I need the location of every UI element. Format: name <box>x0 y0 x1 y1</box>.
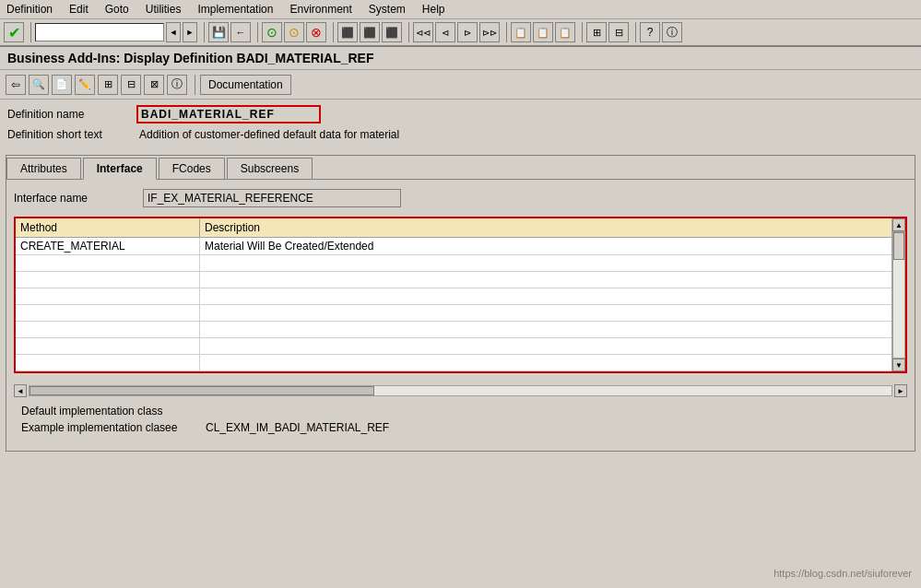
hscroll-left-btn[interactable]: ◄ <box>14 384 27 397</box>
scroll-track <box>892 231 905 359</box>
tab-header: Attributes Interface FCodes Subscreens <box>6 156 915 180</box>
help-icon[interactable]: ? <box>640 22 660 42</box>
table-empty-row-4 <box>16 305 891 322</box>
col-header-description: Description <box>200 218 891 237</box>
interface-label: Interface name <box>14 192 143 205</box>
stop-icon[interactable]: ⊗ <box>306 22 326 42</box>
tb2-icon6[interactable]: ⊟ <box>121 75 141 95</box>
table-empty-row-7 <box>16 355 891 371</box>
col-header-method: Method <box>16 218 200 237</box>
table-empty-row-2 <box>16 272 891 288</box>
menu-environment[interactable]: Environment <box>287 2 354 17</box>
definition-short-row: Definition short text Addition of custom… <box>7 127 914 142</box>
table-empty-row-1 <box>16 255 891 272</box>
def-short-label: Definition short text <box>7 128 136 141</box>
main-toolbar: ✔ ◄ ► 💾 ← ⊙ ⊙ ⊗ ⬛ ⬛ ⬛ ⊲⊲ ⊲ ⊳ ⊳⊳ 📋 📋 📋 ⊞ … <box>0 19 921 47</box>
tab-interface[interactable]: Interface <box>83 158 157 180</box>
methods-table-wrapper: Method Description CREATE_MATERIAL Mater… <box>14 217 907 373</box>
window-icon[interactable]: ⊟ <box>608 22 629 42</box>
menu-implementation[interactable]: Implementation <box>195 2 276 17</box>
def-name-value: BADI_MATERIAL_REF <box>136 105 321 123</box>
menu-help[interactable]: Help <box>419 2 448 17</box>
table-empty-row-6 <box>16 338 891 355</box>
scroll-up-btn[interactable]: ▲ <box>892 218 905 231</box>
interface-value: IF_EX_MATERIAL_REFERENCE <box>143 189 401 207</box>
table-empty-row-5 <box>16 322 891 338</box>
table-vertical-scrollbar[interactable]: ▲ ▼ <box>892 218 905 371</box>
tab-subscreens[interactable]: Subscreens <box>227 158 313 179</box>
tb2-icon7[interactable]: ⊠ <box>144 75 164 95</box>
tb2-icon1[interactable]: ⇦ <box>6 75 26 95</box>
default-impl-row: Default implementation class <box>21 405 900 417</box>
watermark: https://blog.csdn.net/siuforever <box>773 568 912 579</box>
tab-container: Attributes Interface FCodes Subscreens I… <box>6 155 915 452</box>
tb2-icon5[interactable]: ⊞ <box>98 75 118 95</box>
tb2-icon2[interactable]: 🔍 <box>29 75 49 95</box>
print2-icon[interactable]: ⬛ <box>360 22 380 42</box>
hscroll-right-btn[interactable]: ► <box>894 384 907 397</box>
tab-attributes[interactable]: Attributes <box>6 158 81 179</box>
example-impl-label: Example implementation clasee <box>21 421 206 434</box>
methods-table: Method Description CREATE_MATERIAL Mater… <box>16 218 892 371</box>
table-header-row: Method Description <box>16 218 891 238</box>
def-name-label: Definition name <box>7 108 136 121</box>
definition-name-row: Definition name BADI_MATERIAL_REF <box>7 105 914 123</box>
hscroll-track <box>29 385 892 396</box>
documentation-button[interactable]: Documentation <box>200 75 291 95</box>
tb2-icon3[interactable]: 📄 <box>52 75 72 95</box>
page-title: Business Add-Ins: Display Definition BAD… <box>0 47 921 70</box>
interface-name-row: Interface name IF_EX_MATERIAL_REFERENCE <box>14 189 907 207</box>
form-area: Definition name BADI_MATERIAL_REF Defini… <box>0 100 921 151</box>
menu-goto[interactable]: Goto <box>102 2 132 17</box>
next-icon[interactable]: ⊳ <box>457 22 478 42</box>
menu-system[interactable]: System <box>366 2 408 17</box>
menu-edit[interactable]: Edit <box>66 2 91 17</box>
default-impl-label: Default implementation class <box>21 405 206 417</box>
prev-icon[interactable]: ⊲ <box>435 22 455 42</box>
green-check-icon[interactable]: ✔ <box>4 22 24 42</box>
last-icon[interactable]: ⊳⊳ <box>479 22 500 42</box>
bottom-form: Default implementation class Example imp… <box>14 399 907 443</box>
table-row[interactable]: CREATE_MATERIAL Material Will Be Created… <box>16 238 891 255</box>
refresh-icon[interactable]: ⊙ <box>262 22 282 42</box>
scroll-down-btn[interactable]: ▼ <box>892 359 905 371</box>
clipboard3-icon[interactable]: 📋 <box>555 22 575 42</box>
table-empty-row-3 <box>16 288 891 305</box>
scroll-thumb <box>893 232 904 260</box>
info-icon[interactable]: ⓘ <box>662 22 682 42</box>
menu-bar: Definition Edit Goto Utilities Implement… <box>0 0 921 19</box>
nav-back-arrow[interactable]: ◄ <box>166 22 181 42</box>
cell-method-0: CREATE_MATERIAL <box>16 238 200 254</box>
status-icon[interactable]: ⊙ <box>284 22 304 42</box>
print3-icon[interactable]: ⬛ <box>382 22 402 42</box>
clipboard-icon[interactable]: 📋 <box>511 22 531 42</box>
first-icon[interactable]: ⊲⊲ <box>413 22 433 42</box>
grid-icon[interactable]: ⊞ <box>586 22 607 42</box>
print-icon[interactable]: ⬛ <box>337 22 358 42</box>
hscroll-thumb <box>30 386 374 395</box>
command-input[interactable] <box>35 23 164 41</box>
tab-content-interface: Interface name IF_EX_MATERIAL_REFERENCE … <box>6 180 915 451</box>
menu-utilities[interactable]: Utilities <box>143 2 184 17</box>
menu-definition[interactable]: Definition <box>4 2 55 17</box>
secondary-toolbar: ⇦ 🔍 📄 ✏️ ⊞ ⊟ ⊠ ⓘ Documentation <box>0 70 921 100</box>
horizontal-scrollbar[interactable]: ◄ ► <box>14 382 907 399</box>
clipboard2-icon[interactable]: 📋 <box>533 22 553 42</box>
tab-fcodes[interactable]: FCodes <box>159 158 225 179</box>
example-impl-row: Example implementation clasee CL_EXM_IM_… <box>21 421 900 434</box>
save-icon[interactable]: 💾 <box>208 22 229 42</box>
def-short-value: Addition of customer-defined default dat… <box>136 127 402 142</box>
tb2-icon8[interactable]: ⓘ <box>167 75 187 95</box>
nav-fwd-arrow[interactable]: ► <box>183 22 197 42</box>
tb2-icon4[interactable]: ✏️ <box>75 75 95 95</box>
cell-desc-0: Material Will Be Created/Extended <box>200 238 891 254</box>
example-impl-value: CL_EXM_IM_BADI_MATERIAL_REF <box>206 421 389 434</box>
back-icon[interactable]: ← <box>230 22 251 42</box>
